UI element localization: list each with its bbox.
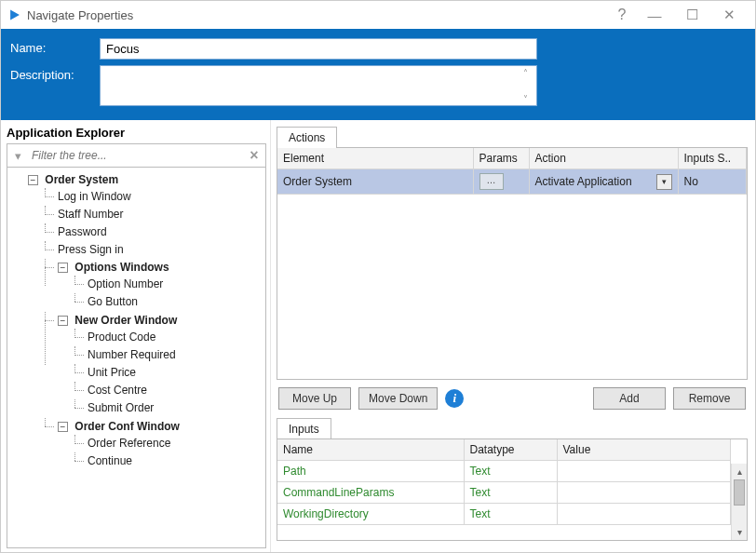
minimize-button[interactable]: — — [636, 2, 673, 28]
tree-node[interactable]: Password — [58, 225, 107, 238]
tree-view[interactable]: − Order System Log in Window Staff Numbe… — [7, 168, 266, 548]
name-input[interactable] — [100, 38, 537, 60]
tree-node-new-order-window[interactable]: New Order Window — [74, 314, 177, 327]
app-icon — [8, 8, 21, 21]
action-dropdown-value: Activate Application — [535, 175, 656, 188]
cell-element[interactable]: Order System — [277, 169, 473, 195]
chevron-down-icon[interactable]: ▾ — [656, 174, 672, 190]
explorer-title: Application Explorer — [7, 126, 266, 140]
collapse-icon[interactable]: − — [28, 175, 38, 185]
cell-input-datatype[interactable]: Text — [464, 461, 557, 482]
tree-node[interactable]: Option Number — [88, 277, 163, 290]
filter-icon: ▾ — [7, 149, 28, 163]
inputs-panel: Name Datatype Value Path Text CommandLin… — [277, 438, 748, 541]
tree-node[interactable]: Staff Number — [58, 208, 123, 221]
tab-inputs[interactable]: Inputs — [277, 418, 331, 439]
remove-button[interactable]: Remove — [673, 387, 746, 410]
inputs-row[interactable]: CommandLineParams Text — [277, 482, 731, 504]
cell-input-datatype[interactable]: Text — [464, 504, 557, 525]
name-label: Name: — [10, 38, 100, 55]
info-icon[interactable]: i — [445, 389, 464, 408]
tree-node[interactable]: Number Required — [88, 348, 176, 361]
close-button[interactable]: ✕ — [710, 2, 748, 28]
scroll-thumb[interactable] — [734, 479, 745, 506]
inputs-row[interactable]: Path Text — [277, 461, 731, 482]
scroll-up-icon[interactable]: ▴ — [732, 464, 747, 479]
window-title: Navigate Properties — [27, 8, 133, 22]
actions-table: Element Params Action Inputs S.. Order S… — [277, 148, 747, 195]
actions-row[interactable]: Order System … Activate Application ▾ No — [277, 169, 747, 195]
col-input-value[interactable]: Value — [557, 439, 731, 461]
cell-inputs[interactable]: No — [678, 169, 747, 195]
filter-box: ▾ × — [7, 143, 266, 168]
inputs-table: Name Datatype Value Path Text CommandLin… — [277, 439, 731, 525]
cell-input-value[interactable] — [557, 461, 731, 482]
col-params[interactable]: Params — [473, 148, 529, 169]
col-input-datatype[interactable]: Datatype — [464, 439, 557, 461]
description-input[interactable]: ˄ ˅ — [100, 65, 537, 106]
col-element[interactable]: Element — [277, 148, 473, 169]
tree-node[interactable]: Press Sign in — [58, 243, 124, 256]
cell-input-name[interactable]: WorkingDirectory — [277, 504, 464, 525]
inputs-scrollbar[interactable]: ▴ ▾ — [731, 464, 747, 540]
tree-node-options-windows[interactable]: Options Windows — [74, 261, 169, 274]
chevron-down-icon[interactable]: ˅ — [523, 94, 533, 103]
cell-input-name[interactable]: Path — [277, 461, 464, 482]
params-button[interactable]: … — [479, 173, 504, 190]
collapse-icon[interactable]: − — [58, 316, 68, 326]
title-bar: Navigate Properties ? — ☐ ✕ — [1, 1, 755, 29]
tree-node[interactable]: Unit Price — [88, 366, 136, 379]
collapse-icon[interactable]: − — [58, 263, 68, 273]
tree-node[interactable]: Go Button — [88, 295, 138, 308]
properties-header: Name: Description: ˄ ˅ — [1, 29, 755, 120]
cell-action: Activate Application ▾ — [529, 169, 678, 195]
inputs-row[interactable]: WorkingDirectory Text — [277, 504, 731, 525]
tree-node[interactable]: Product Code — [88, 330, 155, 344]
tree-node[interactable]: Continue — [88, 454, 132, 467]
move-down-button[interactable]: Move Down — [358, 387, 438, 410]
cell-params: … — [473, 169, 529, 195]
cell-input-value[interactable] — [557, 504, 731, 525]
actions-panel: Element Params Action Inputs S.. Order S… — [277, 147, 748, 380]
clear-filter-button[interactable]: × — [243, 147, 265, 164]
collapse-icon[interactable]: − — [58, 422, 68, 432]
help-button[interactable]: ? — [608, 2, 636, 28]
tree-node[interactable]: Order Reference — [88, 437, 170, 450]
filter-input[interactable] — [28, 145, 243, 166]
cell-input-value[interactable] — [557, 482, 731, 504]
tree-node-order-conf-window[interactable]: Order Conf Window — [74, 420, 180, 433]
tree-node[interactable]: Cost Centre — [88, 384, 147, 397]
tree-node[interactable]: Log in Window — [58, 190, 131, 203]
move-up-button[interactable]: Move Up — [278, 387, 351, 410]
cell-input-datatype[interactable]: Text — [464, 482, 557, 504]
col-input-name[interactable]: Name — [277, 439, 464, 461]
col-inputs[interactable]: Inputs S.. — [678, 148, 747, 169]
action-dropdown[interactable]: Activate Application ▾ — [535, 174, 672, 190]
tree-node[interactable]: Submit Order — [88, 401, 154, 414]
chevron-up-icon[interactable]: ˄ — [523, 68, 533, 77]
add-button[interactable]: Add — [593, 387, 666, 410]
scroll-down-icon[interactable]: ▾ — [732, 524, 747, 540]
description-label: Description: — [10, 65, 100, 82]
tree-node-order-system[interactable]: Order System — [45, 173, 118, 186]
cell-input-name[interactable]: CommandLineParams — [277, 482, 464, 504]
maximize-button[interactable]: ☐ — [673, 2, 710, 28]
col-action[interactable]: Action — [529, 148, 678, 169]
svg-marker-0 — [10, 9, 20, 20]
actions-button-row: Move Up Move Down i Add Remove — [277, 380, 748, 417]
tab-actions[interactable]: Actions — [277, 127, 337, 148]
